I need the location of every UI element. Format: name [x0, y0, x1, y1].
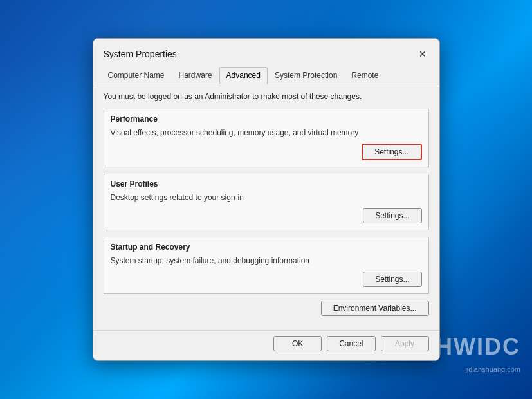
close-button[interactable]: ✕: [414, 45, 432, 63]
title-bar: System Properties ✕: [93, 39, 439, 63]
performance-description: Visual effects, processor scheduling, me…: [111, 127, 422, 138]
performance-btn-row: Settings...: [111, 144, 422, 160]
startup-recovery-settings-button[interactable]: Settings...: [363, 272, 421, 287]
startup-recovery-title: Startup and Recovery: [111, 243, 422, 252]
admin-notice: You must be logged on as an Administrato…: [104, 92, 429, 101]
startup-recovery-section: Startup and Recovery System startup, sys…: [104, 237, 429, 294]
system-properties-dialog: System Properties ✕ Computer Name Hardwa…: [93, 38, 440, 361]
tab-advanced[interactable]: Advanced: [219, 67, 268, 84]
performance-settings-button[interactable]: Settings...: [362, 144, 421, 160]
user-profiles-description: Desktop settings related to your sign-in: [111, 192, 422, 203]
user-profiles-btn-row: Settings...: [111, 208, 422, 223]
tab-computer-name[interactable]: Computer Name: [101, 67, 172, 84]
dialog-title: System Properties: [104, 49, 177, 59]
tab-system-protection[interactable]: System Protection: [268, 67, 344, 84]
tab-bar: Computer Name Hardware Advanced System P…: [93, 63, 439, 84]
apply-button[interactable]: Apply: [381, 336, 429, 351]
user-profiles-settings-button[interactable]: Settings...: [363, 208, 421, 223]
cancel-button[interactable]: Cancel: [327, 336, 375, 351]
performance-section: Performance Visual effects, processor sc…: [104, 109, 429, 167]
user-profiles-title: User Profiles: [111, 180, 422, 189]
startup-recovery-description: System startup, system failure, and debu…: [111, 255, 422, 266]
performance-title: Performance: [111, 115, 422, 124]
window-controls: ✕: [414, 45, 432, 63]
tab-hardware[interactable]: Hardware: [172, 67, 219, 84]
dialog-body: You must be logged on as an Administrato…: [93, 84, 439, 330]
dialog-footer: OK Cancel Apply: [93, 330, 439, 360]
dialog-overlay: System Properties ✕ Computer Name Hardwa…: [0, 0, 532, 399]
ok-button[interactable]: OK: [273, 336, 322, 351]
startup-recovery-btn-row: Settings...: [111, 272, 422, 287]
tab-remote[interactable]: Remote: [344, 67, 385, 84]
env-variables-row: Environment Variables...: [104, 301, 429, 316]
user-profiles-section: User Profiles Desktop settings related t…: [104, 174, 429, 231]
environment-variables-button[interactable]: Environment Variables...: [321, 301, 429, 316]
